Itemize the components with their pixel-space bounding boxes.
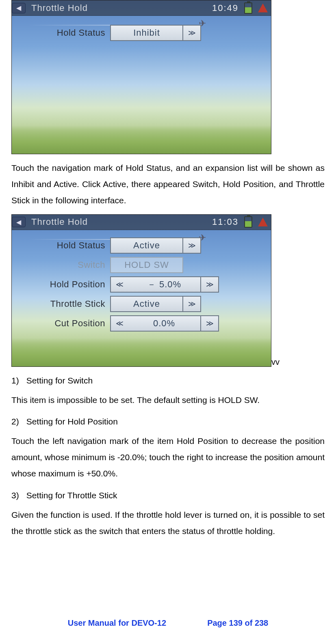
heading-setting-switch: 1)Setting for Switch xyxy=(11,373,325,389)
screen-title: Throttle Hold xyxy=(29,217,88,227)
row-hold-position: Hold Position ≪ － 5.0% ≫ xyxy=(24,276,259,293)
chevron-right-icon[interactable]: ≫ xyxy=(183,296,201,312)
paragraph-setting-switch: This item is impossible to be set. The d… xyxy=(11,392,325,408)
row-switch: Switch HOLD SW xyxy=(24,257,259,273)
title-bar: ◀ Throttle Hold 10:49 xyxy=(12,0,271,16)
decorative-grass xyxy=(12,125,271,154)
chevron-right-icon[interactable]: ≫ xyxy=(201,315,219,332)
screen-title: Throttle Hold xyxy=(29,3,88,13)
decorative-grass xyxy=(12,338,271,366)
screenshot-throttle-hold-inhibit: ◀ Throttle Hold 10:49 ✈ Hold Status Inhi… xyxy=(11,0,271,154)
clock: 10:49 xyxy=(212,3,238,13)
back-icon: ◀ xyxy=(12,217,26,227)
label-hold-status: Hold Status xyxy=(24,28,105,38)
paragraph-intro: Touch the navigation mark of Hold Status… xyxy=(11,160,325,209)
chevron-right-icon[interactable]: ≫ xyxy=(183,25,201,41)
footer-page-number: Page 139 of 238 xyxy=(207,618,268,627)
chevron-right-icon[interactable]: ≫ xyxy=(183,237,201,254)
alert-icon xyxy=(258,4,268,13)
value-cut-position[interactable]: 0.0% xyxy=(128,315,201,332)
chevron-left-icon[interactable]: ≪ xyxy=(110,315,128,332)
value-hold-position[interactable]: － 5.0% xyxy=(128,276,201,293)
label-throttle-stick: Throttle Stick xyxy=(24,299,105,309)
alert-icon xyxy=(258,218,268,226)
battery-icon xyxy=(244,2,252,14)
label-hold-status: Hold Status xyxy=(24,240,105,251)
page-footer: User Manual for DEVO-12 Page 139 of 238 xyxy=(0,618,336,628)
label-switch: Switch xyxy=(24,260,105,270)
row-cut-position: Cut Position ≪ 0.0% ≫ xyxy=(24,315,259,332)
paragraph-setting-throttle-stick: Given the function is used. If the throt… xyxy=(11,507,325,539)
title-bar: ◀ Throttle Hold 11:03 xyxy=(12,215,271,230)
row-hold-status: Hold Status Active ≫ xyxy=(24,237,259,254)
value-hold-status[interactable]: Active xyxy=(110,237,183,254)
battery-icon xyxy=(244,216,252,228)
value-throttle-stick[interactable]: Active xyxy=(110,296,183,312)
paragraph-setting-hold-position: Touch the left navigation mark of the it… xyxy=(11,433,325,482)
screenshot-throttle-hold-active: ◀ Throttle Hold 11:03 ✈ Hold Status Acti… xyxy=(11,214,271,367)
chevron-left-icon[interactable]: ≪ xyxy=(110,276,128,293)
chevron-right-icon[interactable]: ≫ xyxy=(201,276,219,293)
row-hold-status: Hold Status Inhibit ≫ xyxy=(24,24,259,42)
clock: 11:03 xyxy=(212,217,238,227)
label-hold-position: Hold Position xyxy=(24,279,105,290)
value-hold-status[interactable]: Inhibit xyxy=(110,25,183,41)
value-switch: HOLD SW xyxy=(110,257,183,273)
heading-setting-throttle-stick: 3)Setting for Throttle Stick xyxy=(11,487,325,504)
row-throttle-stick: Throttle Stick Active ≫ xyxy=(24,296,259,312)
heading-setting-hold-position: 2)Setting for Hold Position xyxy=(11,414,325,430)
text-vv: vv xyxy=(271,358,280,367)
label-cut-position: Cut Position xyxy=(24,318,105,329)
footer-manual-title: User Manual for DEVO-12 xyxy=(68,618,166,627)
back-icon: ◀ xyxy=(12,3,26,13)
